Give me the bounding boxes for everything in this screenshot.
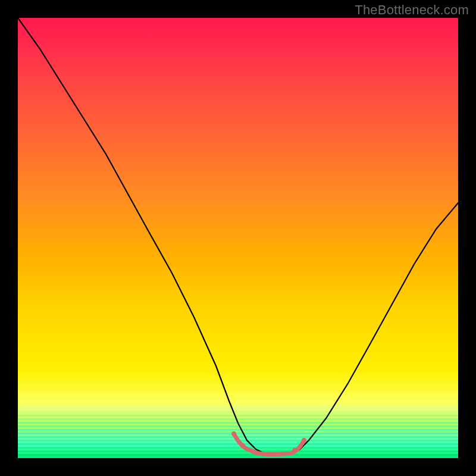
valley-dot-1 [231, 431, 236, 436]
watermark-text: TheBottleneck.com [355, 2, 469, 18]
valley-dot-8 [302, 438, 306, 443]
bottleneck-curve-path [18, 18, 458, 454]
valley-dot-2 [241, 443, 245, 447]
curve-svg [18, 18, 458, 458]
chart-frame: TheBottleneck.com [0, 0, 476, 476]
valley-dot-4 [261, 452, 265, 456]
valley-dot-5 [272, 453, 276, 457]
valley-dot-7 [293, 448, 297, 452]
valley-dot-6 [283, 452, 287, 456]
valley-dot-3 [251, 450, 255, 454]
plot-area [18, 18, 458, 458]
